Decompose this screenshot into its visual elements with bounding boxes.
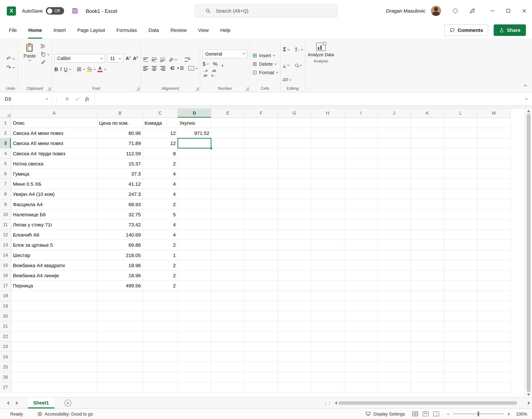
cell-I3[interactable] <box>344 138 378 148</box>
cell-K23[interactable] <box>411 342 444 352</box>
cell-J25[interactable] <box>378 362 411 372</box>
alignment-dialog-launcher[interactable] <box>195 87 199 91</box>
cell-F9[interactable] <box>245 199 278 210</box>
cell-E21[interactable] <box>211 321 245 331</box>
cell-K24[interactable] <box>411 352 444 362</box>
cell-G11[interactable] <box>278 220 311 230</box>
cell-I15[interactable] <box>344 260 378 270</box>
cell-M27[interactable] <box>477 382 511 393</box>
find-select-button[interactable] <box>295 64 302 67</box>
cell-F11[interactable] <box>245 220 278 230</box>
cell-J13[interactable] <box>378 240 411 250</box>
cell-L22[interactable] <box>444 331 477 342</box>
page-layout-view-button[interactable] <box>423 411 429 416</box>
cell-J9[interactable] <box>378 199 411 210</box>
cell-F25[interactable] <box>245 362 278 372</box>
cell-M15[interactable] <box>477 260 511 270</box>
normal-view-button[interactable] <box>412 411 418 416</box>
zoom-slider[interactable] <box>453 414 504 414</box>
cell-D27[interactable] <box>178 382 211 393</box>
cell-A15[interactable]: Вежбанка А4 квадрати <box>11 260 97 270</box>
cell-L26[interactable] <box>444 372 477 382</box>
cell-D5[interactable] <box>178 158 211 169</box>
cell-C20[interactable] <box>143 311 178 321</box>
cell-M5[interactable] <box>477 158 511 169</box>
number-dialog-launcher[interactable] <box>245 87 249 91</box>
cell-D8[interactable] <box>178 189 211 199</box>
increase-decimal-button[interactable]: ←0.00 <box>203 69 207 77</box>
font-size-combo[interactable]: 11 <box>107 54 124 63</box>
cell-D14[interactable] <box>178 250 211 260</box>
cell-I22[interactable] <box>344 331 378 342</box>
cell-I27[interactable] <box>344 382 378 393</box>
select-all-corner[interactable] <box>0 108 11 118</box>
cell-M10[interactable] <box>477 210 511 220</box>
cell-F18[interactable] <box>245 291 278 301</box>
cell-D23[interactable] <box>178 342 211 352</box>
cell-D4[interactable] <box>178 148 211 158</box>
cell-H20[interactable] <box>311 311 344 321</box>
cell-B17[interactable]: 499.56 <box>97 281 143 291</box>
underline-button[interactable]: U <box>64 66 71 72</box>
cell-F10[interactable] <box>245 210 278 220</box>
insert-function-button[interactable]: fx <box>82 92 92 105</box>
cell-G24[interactable] <box>278 352 311 362</box>
add-sheet-button[interactable]: + <box>65 400 71 406</box>
merge-center-button[interactable]: ↔ <box>188 66 198 70</box>
cell-A7[interactable]: Мине 0.5 ХБ <box>11 179 97 189</box>
decrease-font-button[interactable]: A˅ <box>133 56 138 61</box>
cell-E8[interactable] <box>211 189 245 199</box>
cell-I20[interactable] <box>344 311 378 321</box>
cell-J19[interactable] <box>378 301 411 311</box>
cell-B9[interactable]: 68.93 <box>97 199 143 210</box>
cell-A11[interactable]: Лепак у стику 71г <box>11 220 97 230</box>
cell-B26[interactable] <box>97 372 143 382</box>
cell-I7[interactable] <box>344 179 378 189</box>
cell-D21[interactable] <box>178 321 211 331</box>
cell-K10[interactable] <box>411 210 444 220</box>
cell-M21[interactable] <box>477 321 511 331</box>
cell-M6[interactable] <box>477 169 511 179</box>
cell-M9[interactable] <box>477 199 511 210</box>
cell-G16[interactable] <box>278 271 311 281</box>
wrap-text-button[interactable]: ↩ <box>185 57 190 62</box>
cell-L24[interactable] <box>444 352 477 362</box>
cell-D10[interactable] <box>178 210 211 220</box>
cell-J27[interactable] <box>378 382 411 393</box>
cell-F21[interactable] <box>245 321 278 331</box>
row-header-25[interactable]: 25 <box>0 362 11 372</box>
cell-B25[interactable] <box>97 362 143 372</box>
cell-K5[interactable] <box>411 158 444 169</box>
cell-A20[interactable] <box>11 311 97 321</box>
user-avatar[interactable] <box>431 6 441 16</box>
row-header-16[interactable]: 16 <box>0 271 11 281</box>
cell-M26[interactable] <box>477 372 511 382</box>
cell-L8[interactable] <box>444 189 477 199</box>
cell-A13[interactable]: Блок за цртање 5 <box>11 240 97 250</box>
cell-B14[interactable]: 218.05 <box>97 250 143 260</box>
cell-B15[interactable]: 18.96 <box>97 260 143 270</box>
column-header-J[interactable]: J <box>378 108 411 118</box>
cell-L23[interactable] <box>444 342 477 352</box>
cell-F26[interactable] <box>245 372 278 382</box>
cell-F8[interactable] <box>245 189 278 199</box>
row-header-13[interactable]: 13 <box>0 240 11 250</box>
cell-A25[interactable] <box>11 362 97 372</box>
cell-C9[interactable]: 2 <box>143 199 178 210</box>
cell-D24[interactable] <box>178 352 211 362</box>
row-header-27[interactable]: 27 <box>0 382 11 393</box>
cell-L15[interactable] <box>444 260 477 270</box>
analyze-data-button[interactable]: Analyze Data <box>308 41 334 58</box>
cell-E22[interactable] <box>211 331 245 342</box>
cell-J23[interactable] <box>378 342 411 352</box>
cell-B8[interactable]: 247.3 <box>97 189 143 199</box>
cell-I6[interactable] <box>344 169 378 179</box>
cell-C24[interactable] <box>143 352 178 362</box>
column-header-L[interactable]: L <box>444 108 477 118</box>
cell-L1[interactable] <box>444 118 477 128</box>
row-header-1[interactable]: 1 <box>0 118 11 128</box>
cell-G18[interactable] <box>278 291 311 301</box>
cell-C11[interactable]: 4 <box>143 220 178 230</box>
cell-D19[interactable] <box>178 301 211 311</box>
cell-J26[interactable] <box>378 372 411 382</box>
